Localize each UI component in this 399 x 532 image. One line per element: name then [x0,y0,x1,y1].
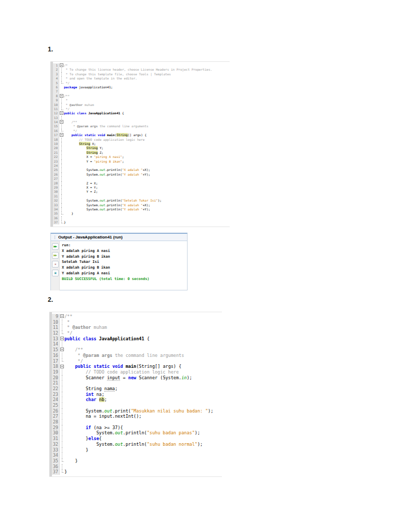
line-number: 10 [53,103,59,107]
code-text: public class JavaApplication41 { [64,336,150,342]
code-text: // TODO code application logic here [64,138,144,142]
line-number: 7 [53,89,59,94]
code-fold-toggle-icon[interactable] [59,133,64,137]
line-number: 33 [52,447,60,453]
line-number: 8 [53,94,59,98]
code-text: */ [64,330,72,336]
fold-guide [59,76,64,81]
fold-guide [60,392,64,397]
code-line: 15 /** [49,347,222,353]
fold-guide [59,198,64,203]
line-number: 36 [53,216,59,220]
clear-icon: ▣ [54,272,56,274]
code-text: System.out.println("Y adalah "+Y); [64,207,150,211]
fold-guide [59,142,64,146]
fold-guide [60,419,64,425]
code-text: * [64,98,68,102]
fold-guide [60,320,64,325]
line-number: 36 [52,464,60,470]
code-line: 12 */ [49,330,222,336]
code-line: 34 [49,453,222,458]
fold-guide [59,172,64,177]
code-line: 16 */ [50,129,230,133]
document-page: { "labels": {"item1": "1.", "item2": "2.… [0,0,399,532]
code-line: 29 if (na >= 37){ [49,425,222,431]
rerun-button[interactable]: ▶▶ [52,243,59,250]
code-line: 21 [49,380,222,386]
code-fold-toggle-icon[interactable] [59,120,64,124]
code-line: 25 System.out.println("X adalah "+X); [50,168,230,172]
code-line: 9 * [50,98,230,102]
stop-button[interactable]: ■ [52,261,59,268]
line-number: 3 [53,72,59,76]
clear-output-button[interactable]: ▣ [52,270,59,276]
rerun-icon: ▶▶ [54,245,57,248]
code-text: * @param args the command line arguments [64,353,184,358]
code-text: System.out.println("Setelah Tukar Isi"); [64,198,162,203]
output-console[interactable]: run:X adalah piring A nasiY adalah pirin… [60,241,187,290]
fold-guide [60,369,64,375]
editor-1-code-area[interactable]: 1/*2 * To change this license header, ch… [50,62,230,224]
line-number: 34 [53,207,59,211]
code-text: System.out.println("suhu badan panas"); [64,430,200,436]
code-text: * @author muham [64,325,107,330]
code-line: 30 Y = Z; [50,190,230,194]
fold-guide [59,72,64,76]
code-text: } [64,469,67,475]
code-text: /** [64,120,77,124]
code-line: 37} [49,469,222,475]
line-number: 25 [52,403,60,408]
code-line: 14 /** [50,120,230,124]
code-text: System.out.print("Masukkan nilai suhu ba… [64,408,214,414]
code-fold-toggle-icon[interactable] [60,347,64,353]
line-number: 32 [52,442,60,447]
fold-guide [60,464,64,470]
editor-2-code-area[interactable]: 9/**10 *11 * @author muham12 */13public … [49,312,222,475]
code-fold-toggle-icon[interactable] [60,336,64,342]
code-line: 32 System.out.println("Setelah Tukar Isi… [50,198,230,203]
line-number: 11 [52,325,60,330]
editor-left-margin [50,62,53,227]
fold-guide [60,447,64,453]
rerun-with-params-button[interactable]: ▶▶ [52,252,59,259]
code-line: 17 public static void main(String[] args… [50,133,230,137]
code-line: 13public class JavaApplication41 { [49,336,222,342]
output-line: BUILD SUCCESSFUL (total time: 0 seconds) [62,276,185,282]
fold-guide [60,386,64,392]
code-fold-toggle-icon[interactable] [60,364,64,369]
line-number: 17 [53,133,59,137]
line-number: 31 [53,194,59,198]
line-number: 20 [52,375,60,381]
code-line: 26 System.out.println("Y adalah "+Y); [50,172,230,177]
line-number: 33 [53,203,59,207]
code-text: * and open the template in the editor. [64,76,137,81]
fold-guide [59,98,64,102]
code-text: System.out.println("suhu badan normal"); [64,442,203,447]
fold-guide [60,425,64,431]
code-line: 23 int na; [49,392,222,397]
code-fold-toggle-icon[interactable] [59,63,64,68]
code-fold-toggle-icon[interactable] [59,111,64,115]
rerun-params-icon: ▶▶ [54,254,57,257]
line-number: 2 [53,68,59,72]
fold-guide [60,453,64,458]
item-1-number: 1. [48,46,53,53]
line-number: 35 [52,458,60,464]
fold-guide [60,469,64,475]
code-fold-toggle-icon[interactable] [59,94,64,98]
line-number: 20 [53,146,59,150]
code-text: * [64,320,70,325]
fold-guide [59,81,64,85]
fold-guide [59,207,64,211]
code-text: */ [64,107,70,111]
code-editor-1[interactable]: 1/*2 * To change this license header, ch… [50,61,230,227]
line-number: 10 [52,320,60,325]
code-line: 28 Z = X; [50,181,230,185]
code-line: 31 }else{ [49,436,222,442]
code-line: 2 * To change this license header, choos… [50,68,230,72]
code-editor-2[interactable]: 9/**10 *11 * @author muham12 */13public … [49,312,222,477]
line-number: 22 [53,155,59,159]
line-number: 15 [53,124,59,128]
code-fold-toggle-icon[interactable] [60,314,64,320]
line-number: 37 [52,469,60,475]
